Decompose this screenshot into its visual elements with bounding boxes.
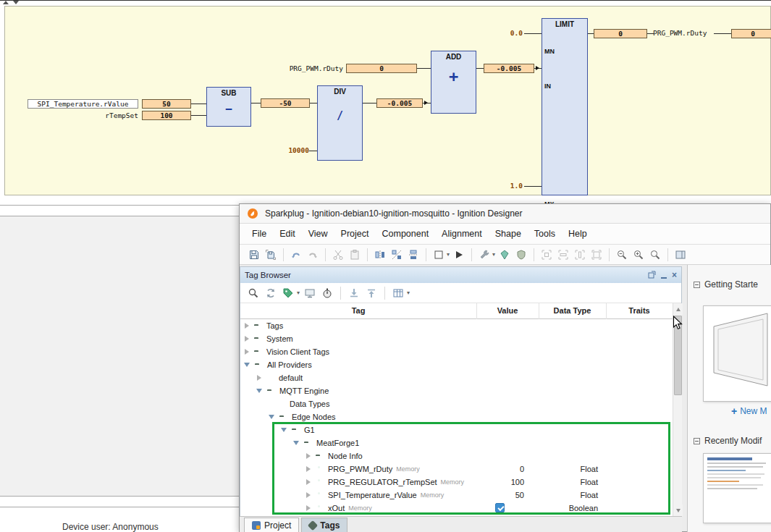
operand-prg-pwm-rduty-in[interactable]: PRG_PWM.rDuty — [271, 64, 343, 72]
chevron-down-icon[interactable]: ▾ — [492, 251, 495, 258]
constant-0-0[interactable]: 0.0 — [501, 29, 523, 37]
tree-row-default[interactable]: default — [240, 371, 673, 384]
tree-row-all-providers[interactable]: All Providers — [240, 358, 673, 371]
toolbar-separator — [426, 248, 426, 261]
column-header-value[interactable]: Value — [476, 306, 539, 315]
mirror-vertical-icon[interactable] — [406, 248, 421, 262]
tab-tags[interactable]: Tags — [301, 518, 347, 532]
chevron-right-icon[interactable] — [245, 336, 249, 342]
pin-label-mn: MN — [544, 48, 555, 55]
close-panel-icon[interactable]: × — [672, 271, 677, 279]
new-project-link[interactable]: + New M — [731, 405, 767, 417]
float-panel-icon[interactable] — [648, 271, 656, 280]
column-header-datatype[interactable]: Data Type — [539, 306, 606, 315]
minimize-panel-icon[interactable] — [661, 277, 667, 279]
zoom-out-icon[interactable] — [615, 248, 629, 262]
tree-row-tags[interactable]: Tags — [240, 319, 673, 332]
save-all-icon[interactable] — [264, 248, 278, 262]
save-icon[interactable] — [247, 248, 261, 262]
menu-component[interactable]: Component — [375, 226, 435, 242]
block-title: ADD — [431, 53, 476, 61]
scroll-up-button[interactable] — [673, 303, 683, 315]
tree-row-system[interactable]: System — [240, 332, 673, 345]
menu-view[interactable]: View — [302, 226, 334, 242]
menu-help[interactable]: Help — [562, 226, 594, 242]
timer-icon[interactable] — [320, 286, 334, 300]
chevron-right-icon[interactable] — [257, 375, 261, 381]
divide-operator-icon: / — [318, 109, 362, 122]
operand-spi-temperature[interactable]: SPI_Temperature.rValue — [28, 99, 138, 109]
tag-browser-header[interactable]: Tag Browser × — [240, 267, 681, 283]
redo-icon[interactable] — [306, 248, 320, 262]
chevron-down-icon[interactable] — [256, 389, 262, 393]
column-header-traits[interactable]: Traits — [606, 306, 673, 315]
fbd-block-sub[interactable]: SUB − — [206, 87, 251, 127]
wire — [417, 68, 431, 69]
mirror-horizontal-icon[interactable] — [373, 248, 387, 262]
vertical-scrollbar[interactable] — [673, 303, 682, 516]
fbd-block-div[interactable]: DIV / — [317, 85, 363, 161]
chevron-right-icon[interactable] — [245, 349, 249, 355]
fit-width-icon[interactable] — [556, 248, 570, 262]
menu-tools[interactable]: Tools — [528, 226, 562, 242]
wire — [251, 103, 261, 104]
tree-row-data-types[interactable]: Data Types — [240, 397, 673, 410]
menu-shape[interactable]: Shape — [489, 226, 528, 242]
getting-started-card[interactable] — [703, 305, 771, 402]
chevron-down-icon[interactable]: ▾ — [297, 290, 300, 296]
constant-1-0[interactable]: 1.0 — [501, 182, 523, 190]
getting-started-header[interactable]: Getting Starte — [694, 279, 758, 290]
export-tags-icon[interactable] — [364, 286, 379, 300]
columns-icon[interactable] — [391, 286, 405, 300]
menu-alignment[interactable]: Alignment — [435, 226, 489, 242]
zoom-in-icon[interactable] — [631, 248, 646, 262]
window-titlebar[interactable]: Sparkplug - Ignition-debian10-ignition-m… — [240, 204, 770, 224]
menu-project[interactable]: Project — [334, 226, 376, 242]
fit-window-icon[interactable] — [589, 248, 604, 262]
scroll-down-button[interactable] — [673, 504, 683, 516]
import-tags-icon[interactable] — [347, 286, 361, 300]
fit-height-icon[interactable] — [573, 248, 587, 262]
menu-edit[interactable]: Edit — [273, 226, 302, 242]
chevron-down-icon[interactable] — [244, 363, 250, 367]
tree-row-mqtt-engine[interactable]: MQTT Engine — [240, 384, 673, 397]
operand-rtempset[interactable]: rTempSet — [66, 111, 138, 119]
recent-thumbnail[interactable] — [703, 453, 771, 523]
panel-divider — [0, 507, 239, 507]
monitor-icon[interactable] — [303, 286, 317, 300]
undo-icon[interactable] — [289, 248, 303, 262]
zoom-reset-icon[interactable] — [648, 248, 662, 262]
search-icon[interactable] — [246, 286, 261, 300]
fbd-block-limit[interactable]: LIMIT MN IN MX — [542, 18, 588, 195]
cut-icon[interactable] — [331, 248, 345, 262]
column-header-tag[interactable]: Tag — [240, 306, 476, 315]
refresh-icon[interactable] — [264, 286, 278, 300]
block-title: DIV — [318, 88, 362, 96]
tags-tab-icon — [308, 520, 318, 531]
mirror-both-icon[interactable] — [389, 248, 404, 262]
shape-tool-icon[interactable] — [431, 248, 446, 262]
collapse-section-icon[interactable] — [694, 282, 700, 288]
menu-file[interactable]: File — [245, 226, 273, 242]
preview-play-icon[interactable] — [452, 248, 466, 262]
recently-modified-header[interactable]: Recently Modif — [694, 436, 762, 446]
constant-10000[interactable]: 10000 — [258, 146, 309, 154]
collapse-section-icon[interactable] — [694, 438, 700, 444]
tab-project[interactable]: Project — [244, 518, 299, 532]
fit-selection-icon[interactable] — [539, 248, 554, 262]
project-gem-icon[interactable] — [497, 248, 512, 262]
chevron-down-icon[interactable]: ▾ — [447, 251, 450, 258]
wire — [647, 33, 654, 34]
new-tag-icon[interactable] — [281, 286, 295, 300]
chevron-right-icon[interactable] — [245, 323, 249, 329]
tree-row-vision-client-tags[interactable]: Vision Client Tags — [240, 345, 673, 358]
fbd-block-add[interactable]: ADD + — [431, 51, 476, 114]
chevron-down-icon[interactable] — [269, 415, 274, 419]
chevron-down-icon[interactable]: ▾ — [407, 290, 410, 296]
plus-icon: + — [731, 405, 737, 417]
panels-icon[interactable] — [673, 248, 688, 262]
paste-icon[interactable] — [347, 248, 362, 262]
shield-icon[interactable] — [514, 248, 528, 262]
operand-prg-pwm-rduty-out[interactable]: PRG_PWM.rDuty — [653, 29, 714, 37]
wrench-icon[interactable] — [477, 248, 492, 262]
